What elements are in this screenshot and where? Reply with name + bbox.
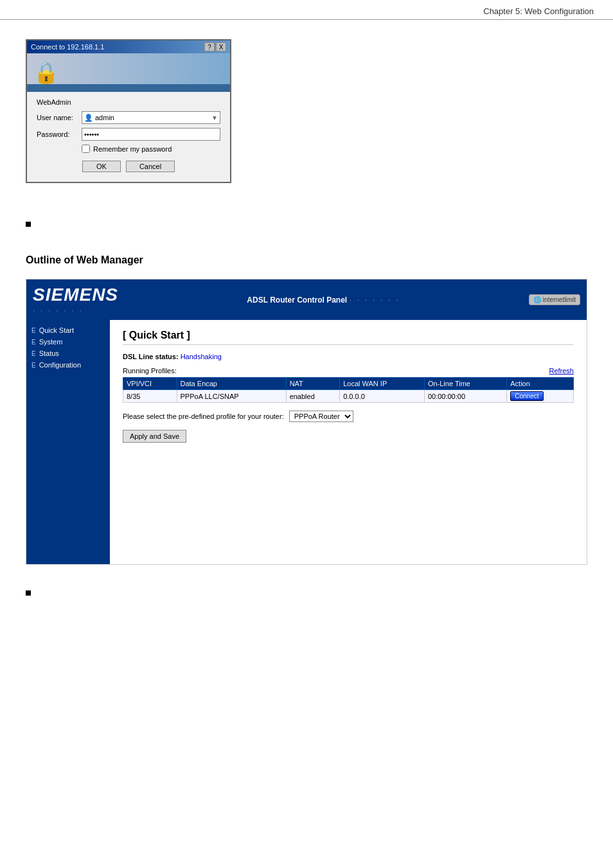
username-input-wrapper: 👤 ▼ [82, 111, 220, 124]
page-content: Connect to 192.168.1.1 ? X 🔒 WebAdmin Us… [0, 20, 613, 655]
collapse-icon-4: E [31, 362, 36, 369]
sidebar-item-status[interactable]: E Status [31, 350, 105, 357]
page-header: Chapter 5: Web Configuration [0, 0, 613, 20]
banner-blue-strip [27, 84, 230, 92]
table-header-row: VPI/VCI Data Encap NAT Local WAN IP On-L… [123, 378, 574, 390]
globe-badge: 🌐 internetlimit [529, 294, 580, 305]
sidebar: E Quick Start E System E Status E Config… [26, 320, 110, 564]
dsl-status-line: DSL Line status: Handshaking [123, 353, 574, 360]
section-heading: Outline of Web Manager [26, 254, 587, 266]
bullet-point-2 [26, 578, 587, 610]
siemens-logo-text: SIEMENS [33, 285, 118, 305]
td-action: Connect [507, 390, 574, 403]
cancel-button[interactable]: Cancel [126, 161, 175, 172]
webadmin-label: WebAdmin [37, 98, 220, 106]
profiles-table: VPI/VCI Data Encap NAT Local WAN IP On-L… [123, 377, 574, 403]
remember-label: Remember my password [93, 145, 172, 153]
username-row: User name: 👤 ▼ [37, 111, 220, 124]
password-label: Password: [37, 130, 82, 138]
apply-save-button[interactable]: Apply and Save [123, 430, 186, 443]
td-nat: enabled [286, 390, 340, 403]
sidebar-item-system[interactable]: E System [31, 338, 105, 346]
bullet-point-1 [26, 209, 587, 242]
sidebar-label-status: Status [39, 350, 59, 357]
td-data-encap: PPPoA LLC/SNAP [177, 390, 286, 403]
password-row: Password: [37, 128, 220, 141]
sidebar-label-system: System [39, 338, 63, 346]
panel-header-center: ADSL Router Control Panel · · · · · · · [118, 295, 529, 305]
collapse-icon-3: E [31, 350, 36, 357]
dialog-close-button[interactable]: X [216, 42, 226, 51]
lock-icon: 🔒 [33, 60, 59, 85]
dialog-title: Connect to 192.168.1.1 [31, 43, 104, 51]
sidebar-label-quickstart: Quick Start [39, 326, 74, 334]
running-profiles-header: Running Profiles: Refresh [123, 367, 574, 375]
username-label: User name: [37, 114, 82, 121]
panel-header: SIEMENS · · · · · · · ADSL Router Contro… [26, 279, 587, 320]
collapse-icon-2: E [31, 339, 36, 346]
connect-button[interactable]: Connect [510, 391, 543, 401]
dialog-titlebar: Connect to 192.168.1.1 ? X [27, 40, 230, 53]
siemens-logo: SIEMENS · · · · · · · [33, 285, 118, 315]
td-vpivci: 8/35 [123, 390, 177, 403]
bullet-icon-2 [26, 590, 31, 596]
ok-button[interactable]: OK [82, 161, 121, 172]
dsl-status-value: Handshaking [181, 353, 222, 360]
dialog-body: WebAdmin User name: 👤 ▼ Password: [27, 92, 230, 182]
header-dots: · · · · · · · [33, 306, 84, 314]
remember-checkbox[interactable] [82, 145, 90, 153]
dsl-status-label: DSL Line status: [123, 353, 179, 360]
globe-icon: 🌐 [533, 296, 541, 303]
sidebar-item-quickstart[interactable]: E Quick Start [31, 326, 105, 334]
panel-body: E Quick Start E System E Status E Config… [26, 320, 587, 564]
dialog-help-button[interactable]: ? [204, 42, 215, 51]
td-online-time: 00:00:00:00 [424, 390, 506, 403]
dropdown-arrow-icon: ▼ [211, 114, 218, 121]
profile-select-row: Please select the pre-defined profile fo… [123, 411, 574, 422]
password-input[interactable] [84, 130, 218, 138]
username-input[interactable] [95, 114, 211, 121]
collapse-icon-1: E [31, 327, 36, 334]
chapter-title: Chapter 5: Web Configuration [483, 6, 594, 16]
web-manager-panel: SIEMENS · · · · · · · ADSL Router Contro… [26, 279, 587, 565]
th-nat: NAT [286, 378, 340, 390]
profile-select-dropdown[interactable]: PPPoA Router [289, 411, 353, 422]
user-icon: 👤 [84, 114, 93, 122]
th-data-encap: Data Encap [177, 378, 286, 390]
panel-header-right: 🌐 internetlimit [529, 294, 580, 305]
adsl-dots: · · · · · · · [350, 296, 400, 304]
bullet-icon-1 [26, 222, 31, 227]
main-content-area: [ Quick Start ] DSL Line status: Handsha… [110, 320, 587, 564]
th-online-time: On-Line Time [424, 378, 506, 390]
remember-row: Remember my password [82, 145, 220, 153]
th-vpivci: VPI/VCI [123, 378, 177, 390]
table-row: 8/35 PPPoA LLC/SNAP enabled 0.0.0.0 00:0… [123, 390, 574, 403]
dialog-title-buttons: ? X [204, 42, 226, 51]
login-dialog: Connect to 192.168.1.1 ? X 🔒 WebAdmin Us… [26, 39, 231, 183]
th-action: Action [507, 378, 574, 390]
profile-select-text: Please select the pre-defined profile fo… [123, 412, 284, 420]
dialog-banner: 🔒 [27, 53, 230, 92]
login-dialog-container: Connect to 192.168.1.1 ? X 🔒 WebAdmin Us… [26, 39, 587, 183]
dialog-buttons-row: OK Cancel [37, 161, 220, 172]
sidebar-label-configuration: Configuration [39, 361, 81, 369]
adsl-title: ADSL Router Control Panel [247, 296, 347, 305]
main-section-title: [ Quick Start ] [123, 330, 574, 345]
sidebar-item-configuration[interactable]: E Configuration [31, 361, 105, 369]
refresh-link[interactable]: Refresh [549, 367, 574, 375]
td-local-wan-ip: 0.0.0.0 [340, 390, 425, 403]
password-input-wrapper [82, 128, 220, 141]
running-profiles-label: Running Profiles: [123, 367, 177, 375]
badge-text: internetlimit [543, 296, 576, 303]
th-local-wan-ip: Local WAN IP [340, 378, 425, 390]
